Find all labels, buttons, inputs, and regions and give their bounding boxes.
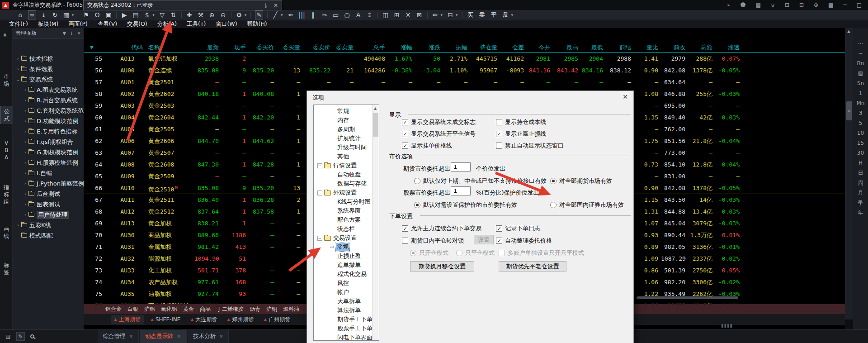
horizontal-scrollbar-thumb[interactable] — [637, 296, 738, 299]
period-item-15[interactable]: 15 — [857, 139, 864, 147]
circle-tool-icon[interactable]: ○ — [344, 11, 351, 19]
chevron-right-icon[interactable]: › — [23, 160, 28, 166]
column-header[interactable]: 涨跌 — [415, 43, 443, 52]
period-item-5[interactable]: 5 — [859, 119, 863, 127]
options-tree-item[interactable]: 扩展统计 — [314, 134, 379, 143]
layout-icon[interactable]: ▦ — [63, 11, 70, 19]
market-tab[interactable]: 黄金 — [183, 305, 194, 313]
side-tab-画线[interactable]: 画线 — [0, 224, 13, 242]
minus-box-icon[interactable]: − — [317, 236, 322, 241]
column-header[interactable]: 总手 — [356, 43, 388, 52]
refresh-icon[interactable]: ↻ — [52, 11, 59, 19]
futures-scope-radio[interactable]: 对全部期货市场有效 — [550, 177, 612, 185]
chevron-right-icon[interactable]: › — [23, 170, 28, 176]
close-icon[interactable]: ✕ — [129, 334, 133, 339]
flag-chart-icon[interactable]: ⚑ — [82, 11, 90, 19]
market-tab[interactable]: 沪铝 — [144, 305, 155, 313]
text-tool-icon[interactable]: A — [355, 11, 362, 19]
display-check[interactable]: ✓显示交易系统开平仓信号 — [402, 130, 476, 138]
options-tree-item[interactable]: 风控 — [314, 279, 379, 288]
menu-item[interactable]: 交易(O) — [124, 20, 150, 28]
order-check[interactable]: ✓允许主力连续合约下单交易 — [402, 224, 481, 233]
minimize-icon[interactable]: ─ — [843, 2, 846, 8]
scrollbar-thumb[interactable]: ≡ — [846, 101, 852, 120]
chevron-right-icon[interactable]: › — [23, 191, 28, 197]
period-item-3[interactable]: 3 — [859, 110, 863, 117]
options-tree-item[interactable]: −外观设置 — [314, 188, 379, 197]
rect-tool-icon[interactable]: ▭ — [332, 11, 340, 19]
settings-button[interactable]: 设置 — [474, 235, 494, 244]
stock-scope-radio[interactable]: 默认对需设置保护价的市价委托有效 — [414, 201, 517, 209]
monitor-icon[interactable]: ⊡ — [799, 2, 804, 8]
side-tab-市场[interactable]: 市场 — [0, 71, 13, 89]
radio-icon[interactable] — [414, 178, 420, 184]
reverse-button[interactable]: 反 — [503, 11, 509, 19]
menu-item[interactable]: 工具(T) — [184, 20, 208, 28]
erase-icon[interactable]: ✕ — [405, 11, 412, 19]
chevron-down-icon[interactable]: ▾ — [441, 13, 443, 17]
download-icon[interactable]: ⇣ — [40, 11, 47, 19]
options-tree-item[interactable]: 状态栏 — [314, 224, 379, 233]
period-item-季[interactable]: 季 — [858, 199, 863, 207]
checkbox-icon[interactable]: ✓ — [402, 119, 408, 125]
options-tree-item[interactable]: 数据与存储 — [314, 179, 379, 188]
window-tab[interactable]: 技术分析✕ — [188, 330, 229, 343]
apps-icon[interactable]: ▦ — [828, 2, 833, 8]
sort-indicator-icon[interactable]: ▼ — [84, 43, 109, 52]
side-tab-公式[interactable]: 公式 — [0, 106, 13, 124]
options-tree-item[interactable]: 程式化交易 — [314, 270, 379, 279]
filter-icon[interactable]: ▽ — [159, 11, 166, 19]
exchange-tab[interactable]: ▲SHFE-INE — [147, 315, 184, 324]
exchange-tab[interactable]: ▲广州期货 — [260, 315, 293, 324]
chevron-right-icon[interactable]: › — [15, 222, 21, 228]
market-tab[interactable]: 燃料油 — [283, 305, 299, 313]
tools-icon[interactable]: ⚒ — [197, 11, 204, 19]
search-icon[interactable] — [30, 334, 34, 338]
parallel-tool-icon[interactable]: ∥ — [310, 11, 317, 19]
menu-item[interactable]: 帮助(H) — [245, 20, 270, 28]
options-tree-item[interactable]: ⇨常规 — [314, 243, 379, 252]
tree-item[interactable]: ›用户待处理 — [13, 210, 84, 220]
tree-item[interactable]: ›技术指标 — [13, 53, 84, 64]
market-tab[interactable]: 白银 — [127, 305, 138, 313]
column-header[interactable]: 委买量 — [277, 43, 303, 52]
checkbox-icon[interactable] — [496, 143, 502, 149]
sort-icon[interactable]: ⇅ — [170, 11, 177, 19]
settings-icon[interactable]: ⚙ — [236, 11, 243, 19]
sell-button[interactable]: 卖 — [479, 11, 485, 19]
period-item-30[interactable]: 30 — [857, 149, 864, 157]
chevron-right-icon[interactable]: › — [23, 87, 28, 93]
panel-close-icon[interactable]: ✕ — [77, 31, 81, 36]
order-check[interactable]: 期货日内平仓转对锁 — [402, 237, 464, 245]
tree-item[interactable]: ›A.图表交易系统 — [13, 85, 84, 95]
zoom-in-icon[interactable]: ⊕ — [208, 11, 216, 19]
tree-item[interactable]: ›B.后台交易系统 — [13, 95, 84, 105]
period-item-▧[interactable]: ▧ — [858, 70, 863, 77]
tree-item[interactable]: ›H.股票模块范例 — [13, 157, 84, 168]
column-header[interactable]: 今开 — [527, 43, 553, 52]
menu-item[interactable]: 板块(M) — [35, 20, 61, 28]
column-header[interactable]: 前结 — [606, 43, 634, 52]
bell-icon[interactable]: Ω — [94, 11, 101, 19]
chevron-right-icon[interactable]: › — [23, 181, 28, 186]
exchange-tab[interactable]: ▲大连期货 — [187, 315, 220, 324]
column-header[interactable]: 涨速 — [715, 43, 742, 52]
menu-item[interactable]: 画面(P) — [66, 20, 90, 28]
column-header[interactable]: 持仓量 — [470, 43, 500, 52]
column-header[interactable]: 振幅 — [443, 43, 470, 52]
arrow-tool-icon[interactable]: ⇕ — [366, 11, 373, 19]
display-check[interactable]: ✓显示交易系统未成交标志 — [402, 118, 476, 126]
options-tree-item[interactable]: 自动收盘 — [314, 170, 379, 179]
options-tree-scrollbar[interactable]: ▲ — [372, 105, 379, 340]
menu-item[interactable]: 分析(A) — [155, 20, 179, 28]
chevron-right-icon[interactable]: › — [23, 129, 28, 134]
play-icon[interactable]: ▶ — [121, 11, 128, 19]
period-item-H[interactable]: H — [859, 159, 863, 167]
close-button[interactable]: 平 — [491, 11, 497, 19]
pencil-icon[interactable]: ✏ — [432, 11, 439, 19]
chevron-down-icon[interactable]: ▾ — [245, 13, 247, 17]
radio-icon[interactable] — [414, 202, 420, 208]
options-tree-item[interactable]: −交易设置 — [314, 233, 379, 243]
display-check[interactable]: 禁止自动显示状态窗口 — [496, 142, 564, 150]
dialog-close-icon[interactable]: ✕ — [623, 93, 628, 100]
